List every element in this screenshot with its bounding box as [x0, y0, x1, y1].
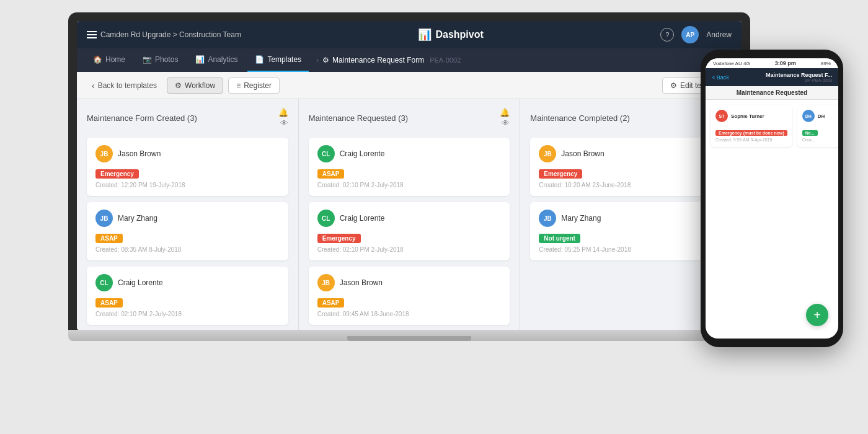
top-nav: Camden Rd Upgrade > Construction Team 📊 … — [77, 21, 742, 48]
phone-card-header: ST Sophie Turner — [715, 110, 787, 122]
column-header-created: Maintenance Form Created (3)🔔👁 — [77, 99, 298, 133]
card-date: Created: 12:20 PM 19-July-2018 — [95, 182, 280, 188]
back-label: Back to templates — [98, 81, 157, 90]
breadcrumb-title: Maintenance Request Form — [332, 56, 424, 64]
card-r3[interactable]: JB Jason Brown ASAP Created: 09:45 AM 18… — [309, 267, 510, 325]
analytics-icon: 📊 — [195, 55, 205, 64]
phone-back-button[interactable]: < Back — [712, 74, 729, 81]
phone-card-1[interactable]: DH DH Ne... Crea... — [797, 105, 838, 147]
bell-icon[interactable]: 🔔 — [500, 108, 510, 117]
column-icons: 🔔👁 — [278, 108, 288, 128]
laptop-base — [68, 330, 750, 341]
status-badge: ASAP — [317, 298, 345, 308]
phone-status-badge: Ne... — [802, 130, 818, 136]
eye-icon[interactable]: 👁 — [502, 118, 510, 128]
card-r2[interactable]: CL Craig Lorente Emergency Created: 02:1… — [309, 202, 510, 260]
phone-card-0[interactable]: ST Sophie Turner Emergency (must be done… — [711, 105, 792, 147]
phone-body: Vodafone AU 4G 3:09 pm 89% < Back Mainte… — [701, 50, 843, 347]
phone-card-date: Crea... — [802, 138, 838, 142]
avatar: JB — [317, 274, 335, 291]
app-name: Dashpivot — [435, 29, 483, 40]
app-logo: 📊 Dashpivot — [418, 28, 483, 42]
status-badge: ASAP — [95, 298, 123, 308]
card-r1[interactable]: CL Craig Lorente ASAP Created: 02:10 PM … — [309, 138, 510, 196]
nav-item-home[interactable]: 🏠 Home — [86, 48, 133, 72]
top-nav-right: ? AP Andrew — [660, 26, 732, 43]
workflow-label: Workflow — [185, 81, 215, 90]
workflow-tab[interactable]: ⚙ Workflow — [167, 78, 223, 94]
card-date: Created: 08:35 AM 8-July-2018 — [95, 246, 280, 253]
card-date: Created: 02:10 PM 2-July-2018 — [317, 182, 502, 188]
phone-avatar: ST — [715, 110, 728, 122]
workflow-icon: ⚙ — [175, 81, 182, 90]
phone-status-bar: Vodafone AU 4G 3:09 pm 89% — [706, 58, 838, 68]
phone-notch — [753, 50, 790, 58]
card-date: Created: 05:25 PM 14-June-2018 — [539, 246, 723, 253]
card-header: CL Craig Lorente — [317, 210, 502, 227]
phone-card-name: DH — [818, 113, 825, 119]
eye-icon[interactable]: 👁 — [280, 118, 288, 128]
status-badge: Emergency — [317, 234, 361, 243]
help-button[interactable]: ? — [660, 28, 674, 42]
laptop-body: Camden Rd Upgrade > Construction Team 📊 … — [68, 12, 750, 330]
card-header: JB Jason Brown — [95, 145, 280, 162]
kanban-column-requested: Maintenance Requested (3)🔔👁 CL Craig Lor… — [299, 99, 521, 330]
phone-battery: 89% — [821, 61, 831, 66]
back-arrow-icon: ‹ — [92, 81, 95, 91]
nav-photos-label: Photos — [155, 55, 178, 64]
edit-icon: ⚙ — [670, 81, 677, 90]
status-badge: Emergency — [539, 169, 582, 179]
breadcrumb: › ⚙ Maintenance Request Form PEA-0002 — [316, 56, 461, 64]
kanban-board: Maintenance Form Created (3)🔔👁 JB Jason … — [77, 99, 742, 330]
nav-item-analytics[interactable]: 📊 Analytics — [188, 48, 245, 72]
column-icons: 🔔👁 — [500, 108, 510, 128]
nav-item-templates[interactable]: 📄 Templates — [247, 48, 309, 72]
phone-screen: Vodafone AU 4G 3:09 pm 89% < Back Mainte… — [706, 58, 838, 339]
column-title: Maintenance Form Created (3) — [87, 113, 197, 123]
card-c3[interactable]: CL Craig Lorente ASAP Created: 02:10 PM … — [87, 267, 288, 325]
card-name: Jason Brown — [561, 149, 604, 158]
toolbar: ‹ Back to templates ⚙ Workflow ≡ Registe… — [77, 72, 742, 99]
card-name: Jason Brown — [340, 278, 383, 287]
avatar: JB — [539, 210, 556, 227]
project-label: Camden Rd Upgrade > Construction Team — [100, 30, 241, 39]
nav-home-label: Home — [105, 55, 125, 64]
register-icon: ≡ — [236, 81, 241, 90]
phone-cards-area: ST Sophie Turner Emergency (must be done… — [706, 100, 838, 152]
avatar: JB — [95, 145, 113, 162]
phone-fab-button[interactable]: + — [806, 304, 828, 326]
avatar: CL — [317, 210, 335, 227]
bell-icon[interactable]: 🔔 — [278, 108, 288, 117]
breadcrumb-sep: › — [316, 56, 319, 64]
status-badge: ASAP — [317, 169, 345, 179]
back-to-templates-button[interactable]: ‹ Back to templates — [87, 78, 162, 93]
hamburger-icon[interactable] — [87, 31, 97, 38]
status-badge: Not urgent — [539, 234, 580, 243]
card-name: Jason Brown — [118, 149, 161, 158]
card-date: Created: 02:10 PM 2-July-2018 — [95, 311, 280, 317]
phone-card-date: Created: 9:56 AM 3-Apr-2019 — [715, 138, 787, 142]
nav-item-photos[interactable]: 📷 Photos — [135, 48, 185, 72]
home-icon: 🏠 — [93, 55, 102, 64]
card-date: Created: 10:20 AM 23-June-2018 — [539, 182, 723, 188]
phone-nav-bar: < Back Maintenance Request F... DP-PEA-0… — [706, 68, 838, 86]
user-name: Andrew — [706, 30, 732, 39]
phone-card-name: Sophie Turner — [731, 113, 764, 119]
phone-back-label: < Back — [712, 74, 729, 81]
card-c1[interactable]: JB Jason Brown Emergency Created: 12:20 … — [87, 138, 288, 196]
phone-carrier: Vodafone AU 4G — [713, 61, 750, 66]
card-name: Mary Zhang — [561, 214, 601, 223]
column-title: Maintenance Requested (3) — [309, 113, 408, 123]
card-header: JB Jason Brown — [317, 274, 502, 291]
second-nav: 🏠 Home 📷 Photos 📊 Analytics 📄 Templates … — [77, 48, 742, 72]
top-nav-left: Camden Rd Upgrade > Construction Team — [87, 30, 241, 39]
laptop-container: Camden Rd Upgrade > Construction Team 📊 … — [68, 12, 750, 428]
register-tab[interactable]: ≡ Register — [228, 78, 280, 94]
card-c2[interactable]: JB Mary Zhang ASAP Created: 08:35 AM 8-J… — [87, 202, 288, 260]
status-badge: ASAP — [95, 234, 123, 243]
column-header-requested: Maintenance Requested (3)🔔👁 — [299, 99, 520, 133]
user-avatar: AP — [681, 26, 699, 43]
card-name: Craig Lorente — [340, 214, 385, 223]
photos-icon: 📷 — [143, 55, 152, 64]
card-header: CL Craig Lorente — [317, 145, 502, 162]
